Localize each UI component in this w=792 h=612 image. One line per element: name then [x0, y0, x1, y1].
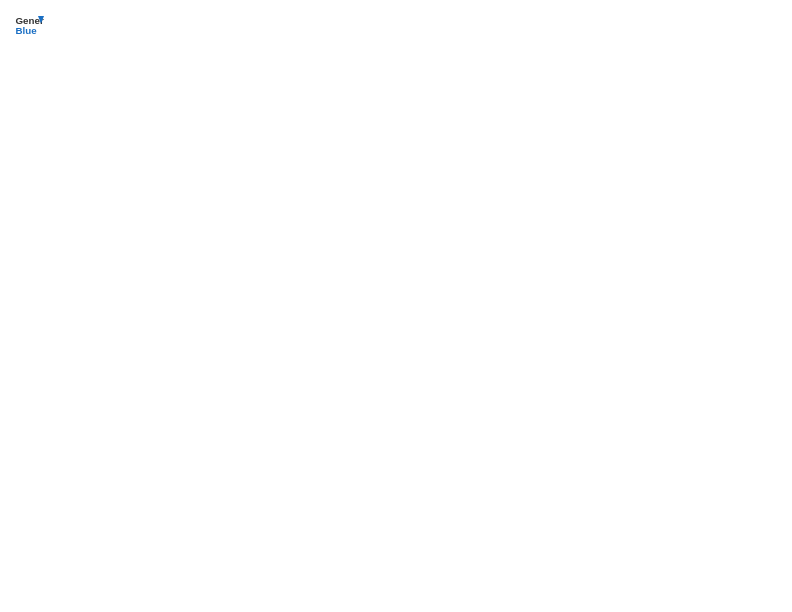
- logo-icon: General Blue: [14, 10, 44, 40]
- page-header: General Blue: [10, 10, 782, 40]
- svg-text:Blue: Blue: [16, 25, 38, 36]
- logo: General Blue: [14, 10, 44, 40]
